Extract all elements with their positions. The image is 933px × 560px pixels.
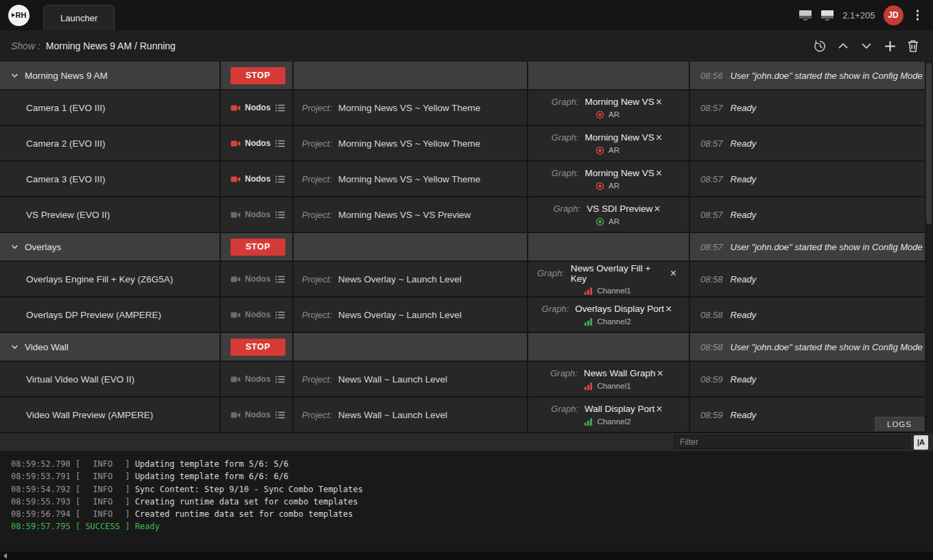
row-menu-icon[interactable] <box>275 275 285 284</box>
nodos-label[interactable]: Nodos <box>245 210 270 219</box>
group-collapse-icon[interactable] <box>11 344 19 350</box>
row-menu-icon[interactable] <box>275 139 285 148</box>
output-channel-label: AR <box>609 217 619 226</box>
graph-cell: Graph:Morning New VS×AR <box>528 162 689 196</box>
log-line: 08:59:54.792 [INFO] Sync Content: Step 9… <box>11 483 925 496</box>
event-time: 08:56 <box>700 71 723 81</box>
row-menu-icon[interactable] <box>275 210 285 219</box>
nodos-cell: Nodos <box>221 398 292 432</box>
remove-graph-icon[interactable]: × <box>654 404 663 415</box>
device-row: Camera 3 (EVO III)NodosProject:Morning N… <box>0 162 925 196</box>
logs-tab-button[interactable]: LOGS <box>875 417 924 431</box>
scroll-left-arrow-icon[interactable] <box>3 553 7 559</box>
nodos-label[interactable]: Nodos <box>245 138 270 148</box>
nodos-label[interactable]: Nodos <box>245 410 270 419</box>
output-channel-label: Channel2 <box>597 417 630 426</box>
bars-icon <box>584 287 593 295</box>
tab-launcher[interactable]: Launcher <box>43 5 115 30</box>
vertical-scrollbar-thumb[interactable] <box>926 63 932 224</box>
output-line: AR <box>595 146 619 155</box>
remove-graph-icon[interactable]: × <box>669 268 678 279</box>
nodos-label[interactable]: Nodos <box>245 310 270 319</box>
project-label: Project: <box>302 210 332 220</box>
log-output: 08:59:52.790 [INFO] Updating template fo… <box>0 451 933 552</box>
chevron-down-icon[interactable] <box>858 37 875 55</box>
remove-graph-icon[interactable]: × <box>654 97 663 108</box>
user-avatar[interactable]: JD <box>884 5 904 25</box>
device-name-cell: Camera 2 (EVO III) <box>0 126 220 160</box>
row-menu-icon[interactable] <box>275 175 285 184</box>
row-menu-icon[interactable] <box>275 311 285 319</box>
group-collapse-icon[interactable] <box>11 244 19 249</box>
horizontal-scrollbar[interactable] <box>0 552 933 560</box>
history-icon[interactable] <box>811 37 829 55</box>
nodos-label[interactable]: Nodos <box>245 374 270 384</box>
status-text: Ready <box>731 103 757 113</box>
device-row: VS Preview (EVO II)NodosProject:Morning … <box>0 197 925 232</box>
bars-icon <box>584 317 593 326</box>
output-line: Channel1 <box>584 287 630 295</box>
device-row: Virtual Video Wall (EVO II)NodosProject:… <box>0 362 925 396</box>
status-text: Ready <box>731 310 757 320</box>
status-text: Ready <box>731 174 757 184</box>
add-icon[interactable] <box>881 37 899 55</box>
event-message: User "john.doe" started the show in Conf… <box>731 242 923 252</box>
camera-icon <box>231 411 241 419</box>
log-message: Ready <box>135 522 160 531</box>
log-time: 08:59:54.792 <box>11 485 71 494</box>
status-cell: 08:58Ready <box>690 297 925 332</box>
camera-icon <box>231 311 241 319</box>
match-case-button[interactable]: |A <box>914 435 928 450</box>
log-line: 08:59:52.790 [INFO] Updating template fo… <box>11 458 925 470</box>
camera-icon <box>231 175 241 183</box>
status-cell: 08:57Ready <box>690 126 925 160</box>
bars-icon <box>584 382 593 391</box>
project-label: Project: <box>302 410 332 420</box>
status-text: Ready <box>731 138 757 149</box>
group-action-cell: STOP <box>221 333 292 361</box>
project-cell: Project:News Overlay ~ Launch Level <box>294 262 527 296</box>
remove-graph-icon[interactable]: × <box>655 368 664 379</box>
remove-graph-icon[interactable]: × <box>654 132 663 143</box>
status-time: 08:57 <box>700 210 723 220</box>
nodos-label[interactable]: Nodos <box>245 174 270 184</box>
display-icon-2[interactable] <box>820 10 834 21</box>
nodos-label[interactable]: Nodos <box>245 274 270 284</box>
kebab-menu-icon[interactable] <box>912 8 924 23</box>
nodos-label[interactable]: Nodos <box>245 103 270 112</box>
logo-play-icon <box>12 13 15 17</box>
row-menu-icon[interactable] <box>275 411 285 419</box>
group-header-row: Morning News 9 AMSTOP08:56User "john.doe… <box>0 62 925 89</box>
log-line: 08:59:56.794 [INFO] Created runtime data… <box>11 508 925 520</box>
camera-icon <box>231 104 241 112</box>
row-menu-icon[interactable] <box>275 104 285 112</box>
status-time: 08:59 <box>700 374 723 385</box>
device-name: Camera 3 (EVO III) <box>26 174 106 184</box>
status-time: 08:57 <box>700 138 723 149</box>
chevron-up-icon[interactable] <box>834 37 852 55</box>
stop-show-button[interactable]: STOP <box>231 67 285 84</box>
remove-graph-icon[interactable]: × <box>652 204 661 215</box>
group-event-cell: 08:57User "john.doe" started the show in… <box>690 233 925 260</box>
group-collapse-icon[interactable] <box>11 73 19 78</box>
show-actions <box>811 37 922 55</box>
groups-container: Morning News 9 AMSTOP08:56User "john.doe… <box>0 62 925 432</box>
project-name: Morning News VS ~ Yellow Theme <box>338 138 480 149</box>
log-filter-input[interactable] <box>674 435 910 449</box>
graph-line: Graph:VS SDI Preview× <box>553 204 661 215</box>
stop-show-button[interactable]: STOP <box>231 239 285 256</box>
remove-graph-icon[interactable]: × <box>654 168 663 179</box>
stop-show-button[interactable]: STOP <box>231 339 285 356</box>
vertical-scrollbar[interactable] <box>925 62 933 433</box>
graph-label: Graph: <box>550 368 578 378</box>
remove-graph-icon[interactable]: × <box>664 304 673 315</box>
device-row: Video Wall Preview (AMPERE)NodosProject:… <box>0 398 925 432</box>
log-message: Sync Content: Step 9/10 - Sync Combo Tem… <box>135 485 363 494</box>
spacer-cell <box>294 233 527 260</box>
row-menu-icon[interactable] <box>275 375 285 384</box>
graph-label: Graph: <box>552 132 579 143</box>
group-header-row: Video WallSTOP08:58User "john.doe" start… <box>0 333 925 361</box>
display-icon-1[interactable] <box>799 10 812 21</box>
delete-icon[interactable] <box>904 37 922 55</box>
event-time: 08:57 <box>700 242 723 252</box>
